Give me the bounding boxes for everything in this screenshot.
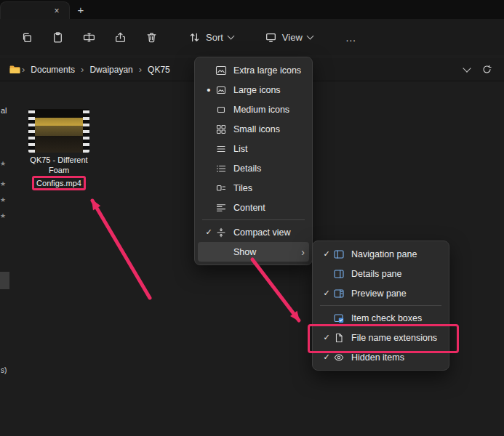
folder-icon xyxy=(9,63,21,76)
rename-button[interactable] xyxy=(76,25,102,49)
show-submenu: ✓ Navigation pane Details pane ✓ Preview… xyxy=(312,241,449,371)
video-thumbnail xyxy=(28,109,89,153)
check-icon: ✓ xyxy=(202,227,215,237)
file-explorer-window: × + Sort View … xyxy=(0,0,504,436)
menu-item-list[interactable]: List xyxy=(198,139,309,158)
pin-icon: ★ xyxy=(0,180,6,187)
check-icon: ✓ xyxy=(320,249,333,259)
menu-item-label: File name extensions xyxy=(351,333,441,343)
menu-separator xyxy=(202,219,305,220)
refresh-icon[interactable] xyxy=(481,64,492,75)
filmstrip-perforation xyxy=(28,109,35,153)
file-extension-highlight-box: Configs.mp4 xyxy=(32,176,86,190)
large-icons-icon xyxy=(215,84,227,96)
rename-icon xyxy=(83,31,95,44)
preview-pane-icon xyxy=(333,288,345,299)
file-name-line: Configs.mp4 xyxy=(36,179,81,187)
delete-button[interactable] xyxy=(138,25,164,49)
extra-large-icons-icon xyxy=(215,65,227,76)
navigation-pane-icon xyxy=(333,249,345,260)
navigation-pane-edge: al ★ ★ ★ ★ s) xyxy=(0,81,9,436)
paste-button[interactable] xyxy=(44,25,71,49)
file-name-line: Foam xyxy=(30,165,87,175)
menu-item-label: Compact view xyxy=(233,227,305,238)
sort-label: Sort xyxy=(206,32,223,43)
copy-button[interactable] xyxy=(13,25,39,49)
compact-view-icon xyxy=(215,227,227,238)
breadcrumb-item-documents[interactable]: Documents xyxy=(25,65,80,75)
tab-close-icon[interactable]: × xyxy=(50,5,63,17)
command-toolbar: Sort View … xyxy=(0,19,504,55)
tiles-icon xyxy=(215,182,227,194)
titlebar: × + xyxy=(0,0,504,19)
menu-item-content[interactable]: Content xyxy=(198,198,309,217)
menu-item-compact-view[interactable]: ✓ Compact view xyxy=(198,222,309,242)
view-label: View xyxy=(282,32,303,43)
empty-icon-slot xyxy=(215,246,227,258)
view-dropdown[interactable]: View xyxy=(257,25,320,49)
menu-item-preview-pane[interactable]: ✓ Preview pane xyxy=(316,283,446,303)
item-check-boxes-icon xyxy=(333,312,345,324)
menu-item-file-name-extensions[interactable]: ✓ File name extensions xyxy=(316,328,446,347)
pin-icon: ★ xyxy=(0,160,6,167)
menu-item-label: List xyxy=(233,144,305,154)
content-icon xyxy=(215,202,227,214)
check-icon: ✓ xyxy=(320,333,333,342)
menu-item-label: Show xyxy=(233,247,295,257)
menu-item-hidden-items[interactable]: ✓ Hidden items xyxy=(316,347,446,367)
menu-item-navigation-pane[interactable]: ✓ Navigation pane xyxy=(316,244,446,264)
menu-item-label: Details xyxy=(233,164,305,174)
sort-dropdown[interactable]: Sort xyxy=(181,25,241,49)
menu-item-label: Navigation pane xyxy=(351,249,441,259)
view-icon xyxy=(265,31,277,44)
chevron-down-icon xyxy=(227,33,234,40)
menu-item-label: Extra large icons xyxy=(233,65,305,76)
small-icons-icon xyxy=(215,124,227,135)
menu-item-show[interactable]: Show › xyxy=(198,242,309,262)
menu-item-label: Item check boxes xyxy=(351,313,441,323)
menu-item-tiles[interactable]: Tiles xyxy=(198,178,309,198)
breadcrumb-item-qk75[interactable]: QK75 xyxy=(143,65,175,75)
file-name-extensions-icon xyxy=(333,332,345,344)
delete-icon xyxy=(145,31,158,44)
pin-icon: ★ xyxy=(0,196,6,203)
menu-item-item-check-boxes[interactable]: Item check boxes xyxy=(316,308,446,328)
menu-item-label: Details pane xyxy=(351,269,441,279)
menu-item-details[interactable]: Details xyxy=(198,158,309,178)
menu-item-extra-large-icons[interactable]: Extra large icons xyxy=(198,60,309,80)
menu-item-label: Small icons xyxy=(233,124,305,134)
breadcrumb-item-dwaipayan[interactable]: Dwaipayan xyxy=(84,65,137,75)
submenu-arrow-icon: › xyxy=(295,246,305,258)
chevron-down-icon xyxy=(306,33,313,40)
menu-item-label: Tiles xyxy=(233,183,305,193)
hidden-items-eye-icon xyxy=(333,352,345,363)
menu-separator xyxy=(320,305,441,306)
details-pane-icon xyxy=(333,268,345,280)
new-tab-button[interactable]: + xyxy=(70,0,92,19)
check-icon: ✓ xyxy=(320,352,333,362)
menu-item-details-pane[interactable]: Details pane xyxy=(316,264,446,283)
copy-icon xyxy=(20,31,33,44)
view-context-menu: Extra large icons • Large icons Medium i… xyxy=(194,57,313,265)
check-icon: ✓ xyxy=(320,288,333,298)
menu-item-small-icons[interactable]: Small icons xyxy=(198,119,309,139)
menu-item-label: Medium icons xyxy=(233,105,305,115)
details-icon xyxy=(215,163,227,174)
filmstrip-perforation xyxy=(83,109,89,153)
explorer-tab[interactable]: × xyxy=(0,1,70,19)
sidebar-label-fragment: al xyxy=(1,106,7,115)
menu-item-medium-icons[interactable]: Medium icons xyxy=(198,100,309,119)
file-item-video[interactable]: QK75 - Different Foam Configs.mp4 xyxy=(20,109,97,190)
selected-bullet: • xyxy=(202,86,215,94)
menu-item-label: Preview pane xyxy=(351,288,441,299)
menu-item-large-icons[interactable]: • Large icons xyxy=(198,80,309,100)
see-more-button[interactable]: … xyxy=(338,25,364,49)
share-icon xyxy=(114,31,127,44)
sidebar-selected-item-edge[interactable] xyxy=(0,272,9,289)
address-dropdown-icon[interactable] xyxy=(463,64,471,72)
sort-icon xyxy=(188,31,201,44)
address-bar-controls xyxy=(464,64,495,75)
menu-item-label: Large icons xyxy=(233,85,305,95)
medium-icons-icon xyxy=(215,104,227,116)
share-button[interactable] xyxy=(107,25,133,49)
